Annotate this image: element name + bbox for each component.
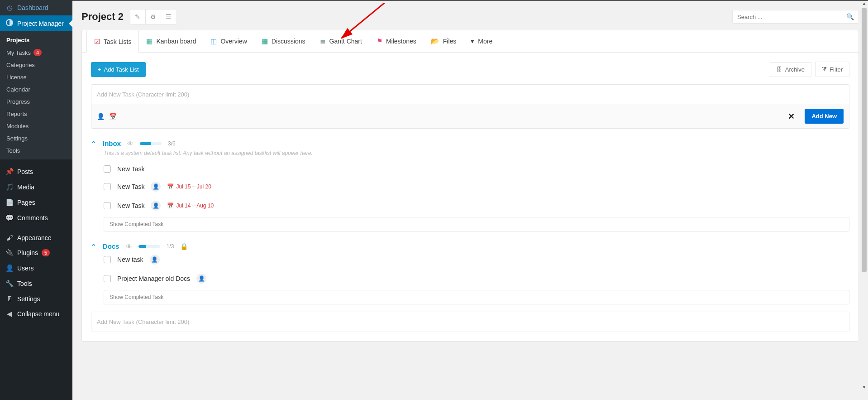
gear-icon: ⚙ [150, 13, 156, 20]
sidebar-sub-tools[interactable]: Tools [0, 145, 72, 157]
search-icon[interactable]: 🔍 [846, 13, 854, 20]
plus-icon: + [98, 66, 101, 73]
tasklist-icon: ☑ [94, 38, 100, 46]
tasklist-docs-title[interactable]: Docs [103, 242, 119, 250]
scroll-down-icon[interactable]: ▼ [860, 385, 868, 392]
filter-button[interactable]: ⧩Filter [815, 62, 849, 77]
tab-discussions[interactable]: ▦Discussions [254, 31, 313, 53]
media-icon: 🎵 [5, 183, 14, 191]
badge: 5 [42, 249, 50, 256]
sliders-icon: 🎚 [5, 295, 14, 303]
sidebar-label: Project Manager [17, 20, 64, 27]
user-icon: 👤 [5, 264, 14, 272]
task-due: 📅Jul 14 – Aug 10 [167, 202, 214, 209]
sidebar-sub-reports[interactable]: Reports [0, 108, 72, 120]
sidebar-project-manager[interactable]: Project Manager [0, 15, 72, 31]
progress-fill [138, 245, 146, 248]
tab-task-lists[interactable]: ☑Task Lists [86, 31, 139, 53]
show-completed-button[interactable]: Show Completed Task [104, 217, 849, 231]
sidebar-sub-categories[interactable]: Categories [0, 59, 72, 71]
show-completed-button[interactable]: Show Completed Task [104, 290, 849, 304]
chevron-up-icon[interactable]: ⌃ [91, 140, 96, 147]
close-icon[interactable]: ✕ [788, 111, 795, 121]
search-box[interactable]: 🔍 [732, 10, 859, 24]
assignee-icon[interactable]: 👤 [97, 113, 105, 120]
project-actions: ✎ ⚙ ☰ [130, 9, 177, 24]
sidebar-sub-my-tasks[interactable]: My Tasks4 [0, 46, 72, 59]
settings-button[interactable]: ⚙ [146, 10, 161, 24]
tab-content: +Add Task List 🗄Archive ⧩Filter 👤 📅 ✕ Ad… [82, 53, 858, 341]
calendar-icon[interactable]: 📅 [109, 113, 117, 120]
task-row[interactable]: New Task [91, 161, 849, 177]
task-name: New Task [117, 202, 144, 209]
task-checkbox[interactable] [104, 202, 111, 209]
brush-icon: 🖌 [5, 234, 14, 241]
sidebar-label: Dashboard [17, 4, 48, 11]
sidebar-sub-settings[interactable]: Settings [0, 132, 72, 145]
sidebar-appearance[interactable]: 🖌Appearance [0, 230, 72, 245]
task-row[interactable]: New task 👤 [91, 250, 849, 269]
dashboard-icon: ◷ [5, 4, 14, 12]
sidebar-sub-modules[interactable]: Modules [0, 120, 72, 132]
add-task-list-button[interactable]: +Add Task List [91, 62, 146, 77]
archive-button[interactable]: 🗄Archive [770, 62, 811, 77]
tab-more[interactable]: ▾More [463, 31, 500, 53]
edit-button[interactable]: ✎ [130, 10, 146, 24]
task-checkbox[interactable] [104, 183, 111, 190]
tab-files[interactable]: 📂Files [424, 31, 464, 53]
add-task-box: 👤 📅 ✕ Add New [91, 84, 849, 129]
task-checkbox[interactable] [104, 165, 111, 173]
tab-overview[interactable]: ◫Overview [203, 31, 254, 53]
gantt-icon: ≣ [320, 37, 326, 45]
avatar[interactable]: 👤 [151, 201, 161, 211]
scrollbar[interactable]: ▲ ▼ [860, 1, 868, 392]
eye-icon[interactable]: 👁 [127, 140, 134, 147]
collapse-icon: ◀ [5, 310, 14, 318]
content-toolbar: +Add Task List 🗄Archive ⧩Filter [91, 62, 849, 77]
task-row[interactable]: Project Manager old Docs 👤 [91, 269, 849, 288]
task-name: New Task [117, 165, 144, 173]
eye-icon[interactable]: 👁 [126, 243, 132, 250]
sidebar-sub-projects[interactable]: Projects [0, 34, 72, 46]
task-checkbox[interactable] [104, 256, 111, 263]
tab-kanban[interactable]: ▦Kanban board [139, 31, 203, 53]
sidebar-posts[interactable]: 📌Posts [0, 164, 72, 179]
sidebar-collapse[interactable]: ◀Collapse menu [0, 306, 72, 322]
avatar[interactable]: 👤 [151, 182, 161, 192]
sidebar-media[interactable]: 🎵Media [0, 179, 72, 195]
progress-fill [140, 142, 151, 145]
page-header: Project 2 ✎ ⚙ ☰ 🔍 [81, 5, 859, 30]
sidebar-sub-license[interactable]: License [0, 71, 72, 83]
add-new-button[interactable]: Add New [805, 109, 844, 124]
chevron-up-icon[interactable]: ⌃ [91, 243, 96, 250]
new-task-input[interactable] [91, 312, 849, 332]
scroll-up-icon[interactable]: ▲ [860, 1, 868, 8]
search-input[interactable] [737, 14, 846, 20]
sidebar-sub-progress[interactable]: Progress [0, 96, 72, 108]
scroll-thumb[interactable] [862, 8, 867, 272]
chevron-down-icon: ▾ [471, 37, 474, 45]
sidebar-users[interactable]: 👤Users [0, 260, 72, 276]
calendar-icon: 📅 [167, 202, 174, 209]
avatar[interactable]: 👤 [196, 274, 206, 284]
task-row[interactable]: New Task 👤 📅Jul 15 – Jul 20 [91, 177, 849, 196]
sidebar-settings[interactable]: 🎚Settings [0, 291, 72, 306]
avatar[interactable]: 👤 [150, 255, 160, 265]
task-row[interactable]: New Task 👤 📅Jul 14 – Aug 10 [91, 196, 849, 215]
sidebar-comments[interactable]: 💬Comments [0, 210, 72, 226]
sidebar-plugins[interactable]: 🔌Plugins5 [0, 245, 72, 260]
sidebar-sub-calendar[interactable]: Calendar [0, 83, 72, 96]
tab-gantt[interactable]: ≣Gantt Chart [313, 31, 369, 53]
flag-icon: ⚑ [377, 37, 382, 45]
tasklist-docs-header: ⌃ Docs 👁 1/3 🔒 [91, 242, 849, 250]
task-checkbox[interactable] [104, 275, 111, 282]
sidebar-pages[interactable]: 📄Pages [0, 195, 72, 210]
sidebar-tools[interactable]: 🔧Tools [0, 276, 72, 291]
list-button[interactable]: ☰ [161, 10, 176, 24]
new-task-input[interactable] [91, 85, 849, 104]
comment-icon: 💬 [5, 214, 14, 222]
tasklist-inbox-title[interactable]: Inbox [103, 140, 121, 147]
tab-milestones[interactable]: ⚑Milestones [369, 31, 424, 53]
sidebar-dashboard[interactable]: ◷ Dashboard [0, 0, 72, 15]
badge: 4 [33, 49, 42, 56]
